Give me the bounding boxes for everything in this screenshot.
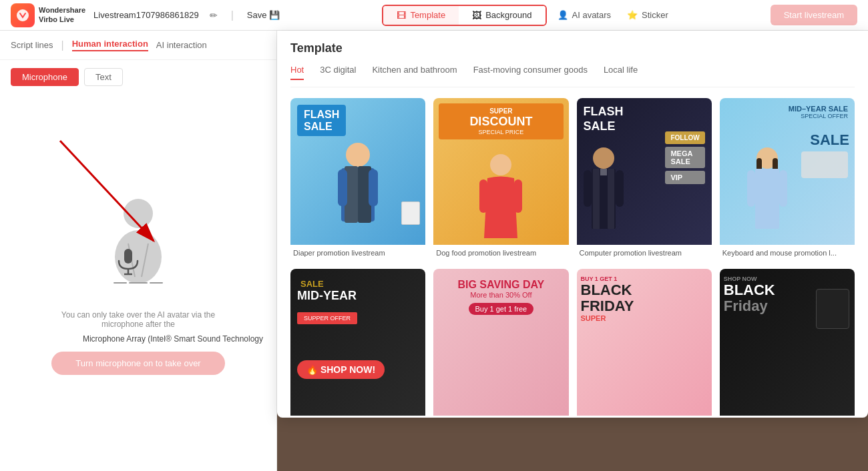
- logo-area: Wondershare Virbo Live: [11, 3, 85, 27]
- svg-rect-25: [593, 169, 600, 229]
- svg-rect-19: [369, 169, 378, 206]
- flash-dark-badge: FLASHSALE: [584, 105, 624, 133]
- template-card-7-image: BUY 1 GET 1 BLACKFRIDAY SUPER: [577, 269, 712, 416]
- svg-rect-29: [600, 169, 607, 175]
- template-categories: Hot 3C digital Kitchen and bathroom Fast…: [290, 65, 855, 87]
- dark-labels: FOLLOW MEGASALE VIP: [665, 131, 704, 184]
- template-card-3[interactable]: FLASHSALE FOLLOW MEGASALE VIP: [577, 98, 712, 261]
- supper-offer: SUPPER OFFER: [297, 312, 357, 324]
- svg-point-14: [346, 143, 370, 167]
- black-friday-pink-badge: BUY 1 GET 1 BLACKFRIDAY SUPER: [581, 276, 708, 322]
- microphone-tab[interactable]: Microphone: [11, 68, 79, 86]
- cat-hot[interactable]: Hot: [290, 65, 304, 80]
- microphone-svg-icon: [114, 248, 143, 277]
- template-card-4[interactable]: MID–YEAR SALE SPECIAL OFFER SALE: [720, 98, 855, 261]
- template-card-1[interactable]: FLASHSALE D: [290, 98, 425, 261]
- nav-buttons: 👤 AI avatars ⭐ Sticker: [558, 10, 668, 20]
- cat-fast-moving[interactable]: Fast-moving consumer goods: [473, 65, 588, 80]
- super-discount-badge: SUPER DISCOUNT SPECIAL PRICE: [439, 103, 563, 139]
- logo-box: [11, 3, 35, 27]
- cat-kitchen[interactable]: Kitchen and bathroom: [372, 65, 457, 80]
- product-box-1: [401, 201, 420, 225]
- main-tab-group: 🎞 Template 🖼 Background: [382, 5, 546, 26]
- dark-product-img: [816, 289, 849, 329]
- shop-now: 🔥 SHOP NOW!: [297, 360, 385, 379]
- background-icon: 🖼: [472, 10, 481, 21]
- mic-icon-area: [98, 190, 178, 297]
- template-card-2-label: Dog food promotion livestream: [433, 245, 568, 261]
- person-figure-1: [328, 138, 388, 245]
- sub-nav-ai-interaction[interactable]: AI interaction: [156, 40, 207, 50]
- template-icon: 🎞: [397, 10, 406, 21]
- template-card-6[interactable]: BIG SAVING DAY More than 30% Off Buy 1 g…: [433, 269, 568, 418]
- svg-rect-21: [479, 179, 487, 213]
- left-panel: Script lines | Human interaction AI inte…: [0, 31, 277, 471]
- mic-tabs: Microphone Text: [0, 60, 276, 94]
- sale-mid-label: SALE: [300, 279, 324, 289]
- mid-year-badge: MID–YEAR SALE SPECIAL OFFER: [789, 105, 848, 119]
- right-area: Template Hot 3C digital Kitchen and bath…: [277, 31, 868, 471]
- template-panel: Template Hot 3C digital Kitchen and bath…: [277, 31, 868, 418]
- template-card-3-label: Computer promotion livestream: [577, 245, 712, 261]
- svg-point-23: [593, 147, 614, 169]
- svg-rect-5: [124, 249, 132, 264]
- tab-template[interactable]: 🎞 Template: [383, 6, 459, 25]
- mid-year-dark: MID-YEAR: [297, 289, 357, 303]
- template-card-7[interactable]: BUY 1 GET 1 BLACKFRIDAY SUPER Black Frid…: [577, 269, 712, 418]
- template-card-6-label: Big saving day livestream: [433, 416, 568, 418]
- tab-background[interactable]: 🖼 Background: [459, 6, 545, 25]
- svg-rect-22: [514, 179, 522, 213]
- template-grid-row1: FLASHSALE D: [290, 98, 855, 261]
- takeover-button[interactable]: Turn microphone on to take over: [51, 352, 225, 375]
- svg-rect-26: [608, 169, 614, 229]
- cat-local-life[interactable]: Local life: [604, 65, 638, 80]
- template-card-4-label: Keyboard and mouse promotion l...: [720, 245, 855, 261]
- cat-3c-digital[interactable]: 3C digital: [320, 65, 356, 80]
- sticker-icon: ⭐: [627, 10, 638, 20]
- svg-rect-35: [779, 170, 787, 207]
- stream-name: Livestream1707986861829: [93, 10, 199, 20]
- mic-icon: [114, 248, 163, 284]
- svg-rect-28: [616, 170, 624, 207]
- ai-avatars-icon: 👤: [558, 10, 568, 20]
- person-figure-4: [740, 145, 794, 245]
- template-card-8-label: Black Friday dark livestream: [720, 416, 855, 418]
- ai-avatars-button[interactable]: 👤 AI avatars: [558, 10, 612, 20]
- flash-sale-badge: FLASHSALE: [297, 105, 346, 136]
- save-icon: 💾: [269, 10, 280, 20]
- sub-nav-script-lines[interactable]: Script lines: [11, 40, 53, 50]
- keyboard-img: [801, 151, 848, 178]
- template-card-1-image: FLASHSALE: [290, 98, 425, 245]
- mic-description: You can only take over the AI avatar via…: [45, 310, 232, 329]
- template-card-5-label: Mid-year sale livestream: [290, 416, 425, 418]
- svg-rect-33: [755, 169, 779, 229]
- start-livestream-button[interactable]: Start livestream: [771, 5, 857, 25]
- mic-device-name: Microphone Array (Intel® Smart Sound Tec…: [13, 334, 263, 344]
- sub-nav-human-interaction[interactable]: Human interaction: [72, 39, 148, 51]
- big-saving-badge: BIG SAVING DAY More than 30% Off Buy 1 g…: [440, 279, 562, 315]
- template-card-6-image: BIG SAVING DAY More than 30% Off Buy 1 g…: [433, 269, 568, 416]
- topbar: Wondershare Virbo Live Livestream1707986…: [0, 0, 868, 31]
- person-figure-2: [474, 151, 527, 245]
- template-card-2[interactable]: SUPER DISCOUNT SPECIAL PRICE Dog food p: [433, 98, 568, 261]
- topbar-center: 🎞 Template 🖼 Background 👤 AI avatars ⭐ S…: [288, 5, 762, 26]
- template-card-8-image: SHOP NOW BLACKFriday: [720, 269, 855, 416]
- svg-point-0: [17, 9, 29, 21]
- sticker-button[interactable]: ⭐ Sticker: [627, 10, 668, 20]
- template-title: Template: [290, 41, 855, 55]
- mic-content: You can only take over the AI avatar via…: [0, 94, 276, 471]
- template-card-5-image: SALE MID-YEAR SUPPER OFFER 🔥 SHOP NOW!: [290, 269, 425, 416]
- template-card-8[interactable]: SHOP NOW BLACKFriday Black Friday dark l…: [720, 269, 855, 418]
- template-card-7-label: Black Friday livestream: [577, 416, 712, 418]
- sale-word: SALE: [810, 131, 849, 149]
- separator: |: [231, 9, 234, 21]
- edit-icon[interactable]: ✏: [210, 10, 218, 21]
- template-card-5[interactable]: SALE MID-YEAR SUPPER OFFER 🔥 SHOP NOW! M…: [290, 269, 425, 418]
- save-button[interactable]: Save 💾: [247, 10, 280, 20]
- text-tab[interactable]: Text: [84, 68, 123, 86]
- template-card-2-image: SUPER DISCOUNT SPECIAL PRICE: [433, 98, 568, 245]
- logo-text: Wondershare Virbo Live: [39, 6, 85, 23]
- svg-rect-18: [338, 169, 347, 206]
- sub-nav: Script lines | Human interaction AI inte…: [0, 31, 276, 60]
- sub-nav-separator: |: [61, 39, 64, 51]
